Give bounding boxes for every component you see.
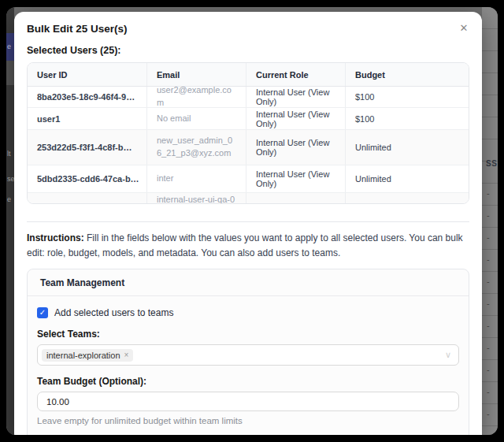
table-row: user1No emailInternal User (View Only)$1… (28, 108, 469, 130)
background-dash-value: - (487, 182, 496, 204)
background-dash-value: - (487, 381, 496, 403)
cell-id (28, 193, 147, 204)
instructions-label: Instructions: (27, 232, 84, 243)
cell-budget: $100 (346, 87, 469, 107)
cell-role: Internal User (View Only) (246, 165, 346, 192)
select-teams-label: Select Teams: (37, 329, 459, 340)
bulk-edit-modal: Bulk Edit 25 User(s) ✕ Selected Users (2… (14, 12, 482, 435)
select-teams-input[interactable]: internal-exploration × ∨ (37, 344, 459, 366)
table-body: 8ba203e5-18c9-46f4-9…user2@example.comIn… (28, 87, 469, 204)
cell-id: 5dbd2335-cdd6-47ca-b… (28, 165, 147, 192)
background-dash-value: - (487, 270, 496, 292)
budget-helper-text: Leave empty for unlimited budget within … (37, 416, 459, 425)
background-button-text: e (7, 43, 11, 50)
cell-budget: Unlimited (346, 130, 469, 165)
cell-id: 253d22d5-f3f1-4c8f-b… (28, 130, 147, 165)
selected-users-label: Selected Users (25): (27, 45, 469, 56)
background-label-fragment: lt (7, 150, 11, 158)
instructions-body: Fill in the fields below with the values… (27, 232, 463, 258)
background-right-strip: SS ------------ (482, 7, 498, 435)
background-dash-value: - (487, 403, 496, 425)
column-header-current-role: Current Role (246, 63, 346, 86)
column-header-user-id: User ID (28, 63, 147, 86)
background-dash-value: - (487, 314, 496, 336)
cell-role: Internal User (View Only) (246, 108, 346, 129)
cell-role (246, 193, 346, 204)
cell-role: Internal User (View Only) (246, 87, 346, 107)
cell-email: inter (147, 165, 246, 192)
modal-title: Bulk Edit 25 User(s) (27, 23, 469, 35)
background-column-header: SS (486, 159, 497, 168)
add-users-to-teams-label[interactable]: Add selected users to teams (54, 307, 173, 318)
column-header-email: Email (147, 63, 246, 86)
background-label-fragment: e (7, 195, 11, 203)
table-row: 253d22d5-f3f1-4c8f-b…new_user_admin_06_2… (28, 130, 469, 165)
background-dash-value: - (487, 204, 496, 226)
close-icon[interactable]: ✕ (457, 21, 471, 35)
screenshot-frame: e lt se e SS ------------ Bulk Edit 25 U… (0, 0, 504, 442)
divider (27, 221, 469, 222)
table-row: 8ba203e5-18c9-46f4-9…user2@example.comIn… (28, 87, 469, 108)
table-row: internal-user-ui-qa-06-28- (28, 193, 469, 204)
background-gray-button-fragment (6, 61, 14, 85)
background-dash-value: - (487, 425, 496, 435)
team-management-header: Team Management (28, 269, 469, 296)
background-dash-value: - (487, 358, 496, 381)
add-users-to-teams-checkbox-row[interactable]: ✓ Add selected users to teams (37, 307, 459, 318)
cell-budget (346, 193, 469, 204)
remove-tag-icon[interactable]: × (124, 351, 129, 359)
background-dash-value: - (487, 292, 496, 314)
cell-budget: Unlimited (346, 165, 469, 192)
instructions-text: Instructions: Fill in the fields below w… (27, 231, 464, 261)
cell-email: No email (147, 108, 246, 129)
cell-role: Internal User (View Only) (246, 130, 346, 165)
cell-email: user2@example.com (147, 87, 246, 107)
background-dash-value: - (487, 248, 496, 270)
table-header-row: User ID Email Current Role Budget (28, 63, 469, 87)
cell-email: internal-user-ui-qa-06-28- (147, 193, 246, 204)
table-row: 5dbd2335-cdd6-47ca-b…interInternal User … (28, 165, 469, 193)
background-blue-button-fragment: e (6, 33, 14, 61)
background-dash-value: - (487, 336, 496, 358)
team-budget-label: Team Budget (Optional): (37, 376, 459, 387)
cell-id: 8ba203e5-18c9-46f4-9… (28, 87, 147, 107)
selected-users-table: User ID Email Current Role Budget 8ba203… (27, 62, 469, 204)
background-left-strip: e lt se e (6, 7, 14, 435)
chevron-down-icon: ∨ (445, 350, 451, 360)
cell-email: new_user_admin_06_21_p3@xyz.com (147, 130, 246, 165)
team-tag: internal-exploration × (42, 349, 133, 362)
team-management-card: Team Management ✓ Add selected users to … (27, 269, 469, 435)
column-header-budget: Budget (346, 63, 469, 86)
team-management-body: ✓ Add selected users to teams Select Tea… (28, 296, 469, 435)
team-management-title: Team Management (40, 277, 124, 288)
background-label-fragment: se (7, 175, 14, 183)
dimmed-browser-window: e lt se e SS ------------ Bulk Edit 25 U… (6, 7, 498, 435)
cell-budget: $100 (346, 108, 469, 129)
cell-id: user1 (28, 108, 147, 129)
background-dash-value: - (487, 226, 496, 248)
checkbox-checked-icon[interactable]: ✓ (37, 307, 48, 318)
team-tag-label: internal-exploration (46, 351, 120, 360)
team-budget-input[interactable] (37, 392, 459, 411)
